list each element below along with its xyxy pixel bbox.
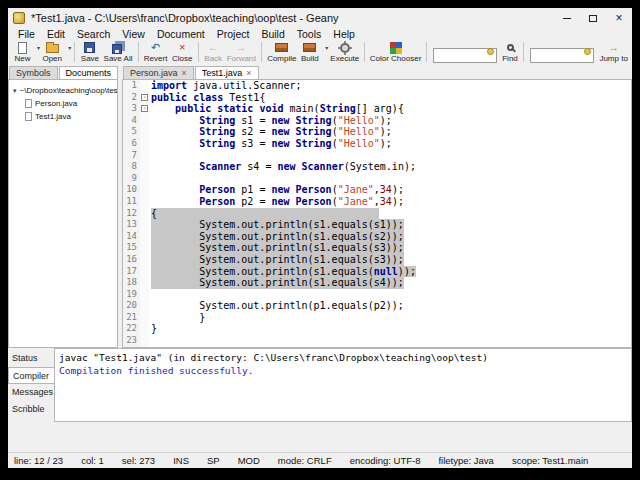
line-number: 14 [123, 231, 140, 243]
new-button[interactable]: New▾ [12, 41, 40, 63]
save-button[interactable]: Save [78, 41, 101, 63]
status-bar: line: 12 / 23col: 1sel: 273INSSPMODmode:… [8, 452, 632, 468]
tab-label: Person.java [130, 68, 178, 78]
fold-margin [140, 289, 149, 301]
code-line: 23 [123, 335, 631, 347]
menu-item-edit[interactable]: Edit [41, 28, 71, 40]
line-number: 19 [123, 289, 140, 301]
fold-margin [140, 115, 149, 127]
code-area[interactable]: 1import java.util.Scanner;2-public class… [122, 79, 632, 348]
fold-marker-icon[interactable]: - [141, 105, 148, 112]
message-tab-messages[interactable]: Messages [8, 384, 54, 401]
line-number: 6 [123, 138, 140, 150]
revert-label: Revert [144, 54, 168, 63]
compile-button[interactable]: Compile [265, 41, 299, 63]
jump-to-icon: → [608, 41, 619, 54]
code-text: } [149, 323, 631, 335]
code-text: System.out.println(p1.equals(p2)); [149, 300, 631, 312]
message-tab-compiler[interactable]: Compiler [8, 367, 54, 384]
close-file-label: Close [172, 54, 192, 63]
toolbar-separator [138, 42, 139, 62]
code-text: public class Test1{ [149, 92, 631, 104]
tree-file-label: Test1.java [35, 112, 71, 121]
menu-item-build[interactable]: Build [255, 28, 290, 40]
line-number: 21 [123, 312, 140, 324]
tree-file-person-java[interactable]: Person.java [9, 97, 117, 110]
sidebar-tab-symbols[interactable]: Symbols [9, 66, 58, 79]
compiler-output[interactable]: javac "Test1.java" (in directory: C:\Use… [54, 348, 632, 422]
find-button[interactable]: Find [500, 41, 521, 63]
color-chooser-button[interactable]: Color Chooser [368, 41, 422, 63]
revert-button[interactable]: ↶Revert [142, 41, 170, 63]
maximize-icon [589, 15, 597, 22]
tree-file-test1-java[interactable]: Test1.java [9, 110, 117, 123]
fold-marker-icon[interactable]: - [141, 94, 148, 101]
code-line: 2-public class Test1{ [123, 92, 631, 104]
editor-tab-person-java[interactable]: Person.java× [123, 66, 194, 79]
line-number: 13 [123, 219, 140, 231]
fold-margin [140, 335, 149, 347]
find-label: Find [502, 54, 518, 63]
dropdown-arrow-icon[interactable]: ▾ [68, 44, 71, 51]
toolbar-separator [523, 42, 524, 62]
fold-margin [140, 254, 149, 266]
fold-margin [140, 150, 149, 162]
compile-icon [275, 41, 288, 54]
close-file-button[interactable]: ×Close [170, 41, 195, 63]
code-line: 5 String s2 = new String("Hello"); [123, 126, 631, 138]
code-text [149, 150, 631, 162]
fold-margin [140, 80, 149, 92]
forward-button[interactable]: →Forward [225, 41, 259, 63]
minimize-button[interactable] [554, 8, 580, 28]
code-line: 1import java.util.Scanner; [123, 80, 631, 92]
maximize-button[interactable] [580, 8, 606, 28]
line-number: 15 [123, 242, 140, 254]
message-tab-status[interactable]: Status [8, 350, 54, 367]
tab-close-icon[interactable]: × [246, 69, 251, 78]
close-button[interactable]: × [606, 8, 632, 28]
jump-to-button[interactable]: →Jump to [597, 41, 630, 63]
code-text [149, 289, 631, 301]
code-text: } [149, 312, 631, 324]
code-text: System.out.println(s1.equals(s4)); [149, 277, 631, 289]
menu-item-file[interactable]: File [12, 28, 41, 40]
save-all-button[interactable]: Save All [101, 41, 134, 63]
revert-icon: ↶ [151, 41, 160, 54]
code-text: Scanner s4 = new Scanner(System.in); [149, 161, 631, 173]
execute-button[interactable]: Execute [328, 41, 361, 63]
compiler-line: javac "Test1.java" (in directory: C:\Use… [59, 351, 627, 364]
code-text [149, 173, 631, 185]
fold-margin [140, 126, 149, 138]
tab-close-icon[interactable]: × [182, 69, 187, 78]
back-button[interactable]: ←Back [202, 41, 225, 63]
open-label: Open [42, 54, 62, 63]
message-tab-scribble[interactable]: Scribble [8, 401, 54, 418]
build-button[interactable]: Build▾ [299, 41, 329, 63]
code-text: System.out.println(s1.equals(s2)); [149, 231, 631, 243]
code-line: 14 System.out.println(s1.equals(s2)); [123, 231, 631, 243]
toolbar-separator [261, 42, 262, 62]
sidebar-tab-documents[interactable]: Documents [59, 66, 119, 79]
statusbar-segment: encoding: UTF-8 [350, 455, 421, 466]
tab-label: Symbols [16, 68, 51, 78]
code-text: System.out.println(s1.equals(s3)); [149, 254, 631, 266]
fold-margin [140, 277, 149, 289]
expander-icon[interactable]: ▾ [13, 87, 17, 95]
editor-tab-test1-java[interactable]: Test1.java× [195, 66, 259, 79]
menu-item-project[interactable]: Project [211, 28, 256, 40]
color-chooser-label: Color Chooser [370, 54, 422, 63]
editor-tabs: Person.java×Test1.java× [122, 64, 632, 79]
menu-item-tools[interactable]: Tools [291, 28, 328, 40]
open-button[interactable]: Open▾ [40, 41, 71, 63]
geany-app-icon [13, 12, 25, 24]
menu-item-search[interactable]: Search [71, 28, 116, 40]
save-all-icon [112, 41, 125, 54]
tab-label: Documents [66, 68, 112, 78]
menu-item-help[interactable]: Help [327, 28, 361, 40]
menu-item-view[interactable]: View [116, 28, 151, 40]
menu-item-document[interactable]: Document [151, 28, 211, 40]
toolbar-separator [198, 42, 199, 62]
tree-root-row[interactable]: ▾~\Dropbox\teaching\oop\test [9, 84, 117, 97]
line-number: 20 [123, 300, 140, 312]
code-line: 19 [123, 289, 631, 301]
